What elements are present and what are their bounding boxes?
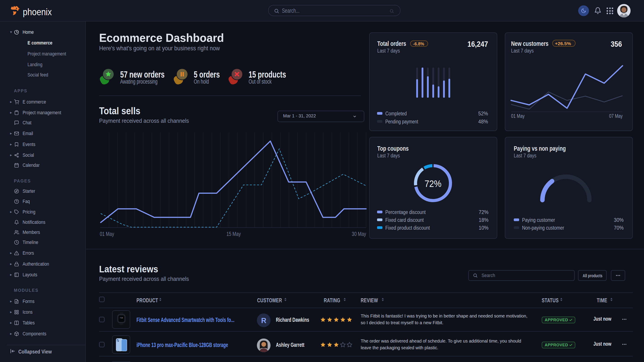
svg-text:7:15: 7:15 bbox=[120, 317, 123, 319]
